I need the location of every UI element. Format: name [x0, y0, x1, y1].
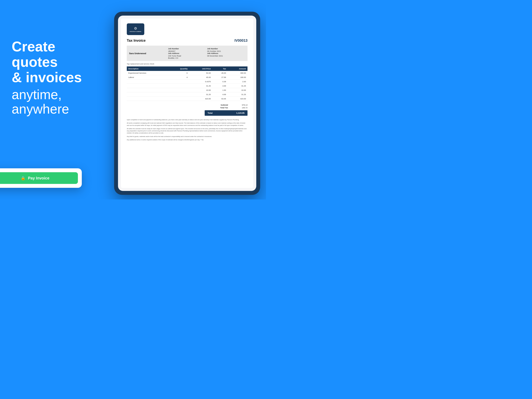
cell-unit-price: 10.00 [189, 88, 212, 92]
cell-amount: 10.00 [228, 88, 247, 92]
job-address-value: 236 Tunis Road [168, 55, 206, 57]
total-label: Total [208, 112, 212, 114]
pay-invoice-overlay: 🔒 Pay Invoice [0, 168, 82, 188]
job-date2-label: Job Address [207, 52, 245, 54]
cell-quantity: 4 [168, 75, 189, 79]
cell-description [127, 92, 168, 97]
cell-tax: 4.69 [212, 84, 228, 88]
invoice-number: IV00013 [234, 39, 247, 43]
job-date-label: Job Number [207, 48, 245, 50]
service-note: Tap replacement and service check [127, 63, 247, 65]
cell-unit-price: 0.4375 [189, 79, 212, 84]
table-row: Experienced Services 6 50.00 45.00 300.0… [127, 71, 247, 75]
cell-unit-price: 31.25 [189, 92, 212, 97]
tax-value: 146.72 [236, 107, 247, 109]
invoice-title: Tax Invoice [127, 39, 146, 43]
cell-amount: 180.00 [228, 75, 247, 79]
table-row: 423.00 63.45 423.00 [127, 97, 247, 101]
cell-tax: 63.45 [212, 97, 228, 101]
hero-line2: quotes & invoices [12, 54, 86, 85]
table-row: 0.4375 0.39 2.63 [127, 79, 247, 84]
pay-invoice-button[interactable]: 🔒 Pay Invoice [0, 172, 78, 184]
col-description: Description [127, 66, 168, 71]
tablet-frame: ⚙ PARSONS PLUMBING Tax Invoice IV00013 S… [114, 12, 260, 195]
cell-description: Labour [127, 75, 168, 79]
col-amount: Amount [228, 66, 247, 71]
terms-paragraph: All works completed complying with local… [127, 122, 247, 126]
cell-amount: 2.63 [228, 79, 247, 84]
col-unit-price: Unit Price [189, 66, 212, 71]
subtotal-row: Subtotal 978.13 [221, 104, 247, 106]
cell-unit-price: 50.00 [189, 71, 212, 75]
job-number-label: Job Number [168, 48, 206, 50]
cell-amount: 300.00 [228, 71, 247, 75]
cell-tax: 27.99 [212, 75, 228, 79]
tax-label: Total Tax [220, 107, 228, 109]
cell-unit-price: 423.00 [189, 97, 212, 101]
hero-section: Create quotes & invoices anytime, anywhe… [12, 39, 86, 116]
cell-amount: 31.25 [228, 92, 247, 97]
terms-paragraph: Any theft of goods, materials and/or too… [127, 135, 247, 138]
job-date2-value: 08 November 2021 [207, 55, 245, 57]
table-row: 10.00 1.50 10.00 [127, 88, 247, 92]
job-date-cell: Job Number 08 October 2021 Job Address 0… [207, 48, 245, 59]
total-value: 1,124.85 [236, 112, 245, 114]
cell-quantity [168, 97, 189, 101]
tablet-screen: ⚙ PARSONS PLUMBING Tax Invoice IV00013 S… [118, 16, 256, 191]
cell-description: Experienced Services [127, 71, 168, 75]
lock-icon: 🔒 [21, 176, 25, 180]
terms-paragraph: All within the worksite must be ready fo… [127, 128, 247, 134]
subtotal-label: Subtotal [221, 104, 228, 106]
hero-line1: Create [12, 39, 86, 54]
cell-tax: 45.00 [212, 71, 228, 75]
col-quantity: Quantity [168, 66, 189, 71]
cell-unit-price: 45.00 [189, 75, 212, 79]
job-date-value: 08 October 2021 [207, 50, 245, 52]
cell-tax: 4.69 [212, 92, 228, 97]
cell-quantity: 6 [168, 71, 189, 75]
company-name: PARSONS PLUMBING [130, 31, 141, 32]
col-tax: Tax [212, 66, 228, 71]
cell-description [127, 97, 168, 101]
tax-row: Total Tax 146.72 [220, 107, 247, 109]
invoice-header: Tax Invoice IV00013 [127, 39, 247, 43]
cell-quantity [168, 84, 189, 88]
hero-line5: anywhere [12, 102, 86, 116]
cell-amount: 31.25 [228, 84, 247, 88]
terms-paragraph: Upon completion of work and payment of o… [127, 119, 247, 121]
table-row: Labour 4 45.00 27.99 180.00 [127, 75, 247, 79]
cell-unit-price: 31.25 [189, 84, 212, 88]
cell-quantity [168, 92, 189, 97]
cell-tax: 1.50 [212, 88, 228, 92]
job-address-label: Job Address [168, 52, 206, 54]
cell-tax: 0.39 [212, 79, 228, 84]
invoice-info-grid: Sara Underwood Job Number JB00007 Job Ad… [127, 45, 247, 61]
table-header-row: Description Quantity Unit Price Tax Amou… [127, 66, 247, 71]
subtotal-value: 978.13 [236, 104, 247, 106]
terms-paragraph: Any additional works or works required o… [127, 139, 247, 141]
job-number-cell: Job Number JB00007 Job Address 236 Tunis… [168, 48, 206, 59]
job-number-value: JB00007 [168, 50, 206, 52]
cell-description [127, 79, 168, 84]
cell-quantity [168, 79, 189, 84]
pay-invoice-label: Pay Invoice [28, 176, 49, 180]
hero-line4: anytime, [12, 87, 86, 102]
cell-quantity [168, 88, 189, 92]
totals-area: Subtotal 978.13 Total Tax 146.72 Total 1… [127, 104, 247, 116]
cell-description [127, 84, 168, 88]
invoice-document: ⚙ PARSONS PLUMBING Tax Invoice IV00013 S… [121, 19, 253, 188]
total-final-row: Total 1,124.85 [205, 110, 247, 116]
logo-icon: ⚙ [134, 26, 137, 31]
table-row: 31.25 4.69 31.25 [127, 92, 247, 97]
table-row: 31.25 4.69 31.25 [127, 84, 247, 88]
cell-description [127, 88, 168, 92]
invoice-table: Description Quantity Unit Price Tax Amou… [127, 66, 247, 101]
customer-name: Sara Underwood [129, 52, 167, 55]
job-address-city: Boulder, CO [168, 57, 206, 59]
cell-amount: 423.00 [228, 97, 247, 101]
company-logo: ⚙ PARSONS PLUMBING [127, 23, 144, 35]
terms-section: Upon completion of work and payment of o… [127, 119, 247, 141]
